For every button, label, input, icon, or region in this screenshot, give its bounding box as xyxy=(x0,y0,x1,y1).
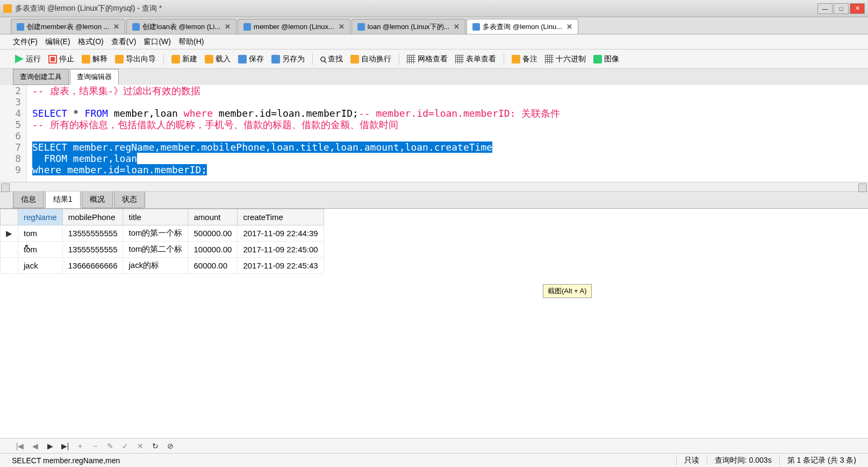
editor-hscrollbar[interactable] xyxy=(0,182,868,192)
wrap-button[interactable]: 自动换行 xyxy=(348,53,393,65)
document-tabs: 创建member表 @lemon ...✕ 创建loan表 @lemon (Li… xyxy=(0,17,868,34)
menu-window[interactable]: 窗口(W) xyxy=(144,37,171,47)
run-button[interactable]: 运行 xyxy=(13,53,43,65)
col-regname[interactable]: regName xyxy=(18,209,63,225)
cell[interactable]: 100000.00 xyxy=(188,242,238,258)
nav-refresh[interactable]: ↻ xyxy=(150,441,160,451)
label: 表单查看 xyxy=(466,54,496,64)
tab-query-editor[interactable]: 查询编辑器 xyxy=(70,69,119,85)
tab-status[interactable]: 状态 xyxy=(114,191,145,208)
screenshot-tooltip: 截图(Alt + A) xyxy=(543,284,592,298)
cell[interactable]: 13555555555 xyxy=(62,225,123,242)
cell[interactable]: 13666666666 xyxy=(62,258,123,274)
stop-button[interactable]: 停止 xyxy=(46,53,76,65)
col-mobilephone[interactable]: mobilePhone xyxy=(62,209,123,225)
close-button[interactable]: ✕ xyxy=(850,3,865,14)
status-mode: 只读 xyxy=(676,456,707,465)
tab-create-loan[interactable]: 创建loan表 @lemon (Li...✕ xyxy=(126,19,236,34)
cell[interactable]: jack xyxy=(18,258,63,274)
export-button[interactable]: 导出向导 xyxy=(113,53,158,65)
explain-icon xyxy=(82,55,90,63)
tab-member[interactable]: member @lemon (Linux...✕ xyxy=(238,19,350,34)
tab-label: 创建member表 @lemon ... xyxy=(27,22,109,32)
menu-format[interactable]: 格式(O) xyxy=(78,37,104,47)
cell[interactable]: jack的标 xyxy=(123,258,188,274)
minimize-button[interactable]: — xyxy=(817,3,833,14)
result-grid-wrap: regName mobilePhone title amount createT… xyxy=(0,209,868,438)
menu-edit[interactable]: 编辑(E) xyxy=(45,37,70,47)
nav-cancel[interactable]: ✕ xyxy=(135,441,145,451)
label: 图像 xyxy=(604,54,619,64)
label: 停止 xyxy=(59,54,74,64)
image-button[interactable]: 图像 xyxy=(591,53,621,65)
cell[interactable]: tom的第二个标 xyxy=(123,242,188,258)
tab-create-member[interactable]: 创建member表 @lemon ...✕ xyxy=(11,19,125,34)
hex-button[interactable]: 十六进制 xyxy=(543,53,588,65)
cell[interactable]: tom xyxy=(18,242,63,258)
sql-editor[interactable]: 23456789 -- 虚表，结果集-》过滤出有效的数据 SELECT * FR… xyxy=(0,85,868,182)
menu-file[interactable]: 文件(F) xyxy=(13,37,38,47)
label: 另存为 xyxy=(282,54,305,64)
table-row[interactable]: ▶tom13555555555tom的第一个标500000.002017-11-… xyxy=(1,225,324,242)
tab-info[interactable]: 信息 xyxy=(13,191,44,208)
close-icon[interactable]: ✕ xyxy=(113,23,119,31)
table-row[interactable]: tom13555555555tom的第二个标100000.002017-11-0… xyxy=(1,242,324,258)
menu-view[interactable]: 查看(V) xyxy=(111,37,137,47)
tab-icon xyxy=(17,23,24,31)
cell[interactable]: tom的第一个标 xyxy=(123,225,188,242)
image-icon xyxy=(593,55,602,63)
editor-tabs: 查询创建工具 查询编辑器 xyxy=(0,69,868,85)
close-icon[interactable]: ✕ xyxy=(454,23,460,31)
row-indicator: ▶ xyxy=(1,225,18,242)
nav-last[interactable]: ▶| xyxy=(60,441,70,451)
close-icon[interactable]: ✕ xyxy=(225,23,231,31)
tab-profile[interactable]: 概况 xyxy=(82,191,113,208)
code-area[interactable]: -- 虚表，结果集-》过滤出有效的数据 SELECT * FROM member… xyxy=(27,85,868,182)
load-button[interactable]: 载入 xyxy=(203,53,233,65)
cell[interactable]: 500000.00 xyxy=(188,225,238,242)
cell[interactable]: 2017-11-09 22:44:39 xyxy=(238,225,324,242)
hex-icon xyxy=(545,55,554,63)
cell[interactable]: 2017-11-09 22:45:00 xyxy=(238,242,324,258)
cell[interactable]: 60000.00 xyxy=(188,258,238,274)
new-button[interactable]: 新建 xyxy=(169,53,199,65)
col-createtime[interactable]: createTime xyxy=(238,209,324,225)
gridview-button[interactable]: 网格查看 xyxy=(405,53,450,65)
explain-button[interactable]: 解释 xyxy=(80,53,110,65)
find-button[interactable]: 查找 xyxy=(318,53,345,65)
nav-edit[interactable]: ✎ xyxy=(105,441,115,451)
cell[interactable]: tom xyxy=(18,225,63,242)
nav-prev[interactable]: ◀ xyxy=(30,441,40,451)
form-icon xyxy=(455,55,464,63)
col-title[interactable]: title xyxy=(123,209,188,225)
tab-query-builder[interactable]: 查询创建工具 xyxy=(13,69,69,85)
tab-result1[interactable]: 结果1 xyxy=(45,191,81,208)
nav-add[interactable]: + xyxy=(75,441,85,451)
label: 网格查看 xyxy=(418,54,448,64)
tab-icon xyxy=(357,23,365,31)
close-icon[interactable]: ✕ xyxy=(339,23,345,31)
label: 载入 xyxy=(216,54,231,64)
close-icon[interactable]: ✕ xyxy=(566,23,572,31)
menu-help[interactable]: 帮助(H) xyxy=(178,37,204,47)
note-icon xyxy=(512,55,520,63)
cell[interactable]: 13555555555 xyxy=(62,242,123,258)
label: 十六进制 xyxy=(556,54,586,64)
table-row[interactable]: jack13666666666jack的标60000.002017-11-09 … xyxy=(1,258,324,274)
tab-multi-query[interactable]: 多表查询 @lemon (Linu...✕ xyxy=(467,19,578,34)
tab-loan[interactable]: loan @lemon (Linux下的...✕ xyxy=(351,19,466,34)
saveas-button[interactable]: 另存为 xyxy=(269,53,307,65)
wrap-icon xyxy=(350,55,359,63)
nav-first[interactable]: |◀ xyxy=(15,441,25,451)
nav-delete[interactable]: − xyxy=(90,441,100,451)
nav-next[interactable]: ▶ xyxy=(45,441,55,451)
result-grid[interactable]: regName mobilePhone title amount createT… xyxy=(0,209,324,274)
note-button[interactable]: 备注 xyxy=(510,53,540,65)
maximize-button[interactable]: □ xyxy=(834,3,849,14)
formview-button[interactable]: 表单查看 xyxy=(453,53,498,65)
nav-commit[interactable]: ✓ xyxy=(120,441,130,451)
nav-stop[interactable]: ⊘ xyxy=(166,441,175,451)
col-amount[interactable]: amount xyxy=(188,209,238,225)
cell[interactable]: 2017-11-09 22:45:43 xyxy=(238,258,324,274)
save-button[interactable]: 保存 xyxy=(236,53,266,65)
